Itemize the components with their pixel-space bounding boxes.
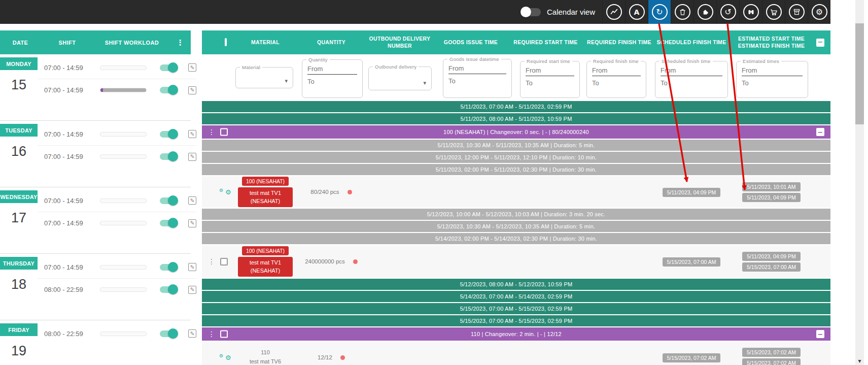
- order-row: ⚙⚙ 100 (NESAHAT) test mat TV1 (NESAHAT) …: [202, 176, 830, 208]
- est-to-input[interactable]: To: [742, 76, 803, 90]
- day-name-badge: WEDNESDAY: [0, 190, 38, 203]
- pencil-icon: ✎: [190, 264, 194, 271]
- binoculars-icon: [743, 4, 759, 20]
- shift-time: 07:00 - 14:59: [44, 263, 100, 271]
- scheduled-finish-filter: Scheduled finish time From To: [655, 61, 728, 98]
- col-workload-label: SHIFT WORKLOAD: [94, 40, 170, 46]
- group-title: 100 (NESAHAT) | Changeover: 0 sec. | - |…: [443, 129, 589, 135]
- shift-row: 07:00 - 14:59 ✎: [38, 56, 196, 79]
- req-start-to-input[interactable]: To: [526, 76, 574, 90]
- material-group-badge: 100 (NESAHAT): [242, 246, 289, 255]
- toggle-knob: [520, 7, 531, 17]
- workload-bar: [100, 154, 147, 159]
- shift-time: 07:00 - 14:59: [44, 130, 100, 138]
- workload-bar: [100, 132, 147, 137]
- collapse-all-button[interactable]: −: [816, 39, 824, 47]
- row-menu-icon[interactable]: ⋮: [208, 257, 215, 266]
- quantity-value: 240000000 pcs: [305, 258, 345, 264]
- auto-schedule-button[interactable]: A: [625, 0, 648, 24]
- find-button[interactable]: [739, 0, 762, 24]
- estimated-finish-value: 5/15/2023, 07:00 AM: [742, 262, 801, 272]
- scrollbar-thumb[interactable]: [855, 23, 864, 124]
- group-checkbox[interactable]: [220, 128, 228, 136]
- pencil-icon: ✎: [190, 220, 194, 226]
- select-all-checkbox[interactable]: [225, 38, 227, 46]
- shift-band-row: 5/11/2023, 07:00 AM - 5/11/2023, 02:59 P…: [202, 101, 830, 112]
- performance-chart-button[interactable]: [602, 0, 625, 24]
- shift-time: 08:00 - 22:59: [44, 286, 100, 293]
- row-menu-icon[interactable]: ⋮: [208, 330, 215, 338]
- order-row: ⚙⚙ 110 test mat TV6 12/12 5/15/2023, 07:…: [202, 342, 830, 365]
- shift-band-row: 5/11/2023, 08:00 AM - 5/11/2023, 10:59 P…: [202, 113, 830, 124]
- edit-shift-button[interactable]: ✎: [188, 130, 196, 138]
- quantity-value: 12/12: [318, 354, 332, 360]
- status-dot: [353, 259, 358, 264]
- puzzle-icon: [698, 4, 713, 20]
- scheduled-finish-value: 5/15/2023, 07:02 AM: [663, 353, 721, 362]
- shift-row: 07:00 - 14:59 ✎: [38, 79, 196, 101]
- shift-toggle[interactable]: [160, 131, 177, 138]
- edit-shift-button[interactable]: ✎: [188, 63, 196, 72]
- quantity-filter: Quantity From To: [302, 59, 363, 98]
- archive-button[interactable]: [785, 0, 808, 24]
- shift-toggle[interactable]: [160, 286, 177, 293]
- day-number: 19: [11, 343, 26, 359]
- material-group-badge: 100 (NESAHAT): [242, 177, 289, 186]
- edit-shift-button[interactable]: ✎: [188, 86, 196, 94]
- order-row: ⋮ 100 (NESAHAT) test mat TV1 (NESAHAT) 2…: [202, 245, 830, 278]
- pencil-icon: ✎: [190, 64, 194, 71]
- edit-shift-button[interactable]: ✎: [188, 286, 196, 294]
- shift-toggle[interactable]: [160, 330, 177, 337]
- plugin-button[interactable]: [693, 0, 716, 24]
- estimated-start-value: 5/15/2023, 07:02 AM: [742, 348, 801, 357]
- shift-toggle[interactable]: [160, 264, 177, 271]
- group-collapse-button[interactable]: −: [816, 330, 824, 338]
- shift-row: 08:00 - 22:59 ✎: [38, 322, 196, 345]
- edit-shift-button[interactable]: ✎: [188, 196, 196, 205]
- table-rows: 5/11/2023, 07:00 AM - 5/11/2023, 02:59 P…: [202, 101, 830, 365]
- col-required-start: REQUIRED START TIME: [506, 39, 585, 46]
- shift-toggle[interactable]: [160, 220, 177, 226]
- edit-shift-button[interactable]: ✎: [188, 153, 196, 161]
- shift-toggle[interactable]: [160, 87, 177, 93]
- edit-shift-button[interactable]: ✎: [188, 329, 196, 338]
- scroll-down-button[interactable]: ▾: [855, 356, 864, 365]
- trash-icon: [675, 4, 690, 20]
- group-checkbox[interactable]: [220, 330, 228, 338]
- undo-button[interactable]: ↺: [716, 0, 739, 24]
- settings-button[interactable]: ⚙: [808, 0, 830, 24]
- busy-band-row: 5/11/2023, 02:00 PM - 5/11/2023, 02:30 P…: [202, 164, 830, 175]
- busy-band-row: 5/14/2023, 02:00 PM - 5/14/2023, 02:30 P…: [202, 233, 830, 244]
- material-filter[interactable]: Material ▾: [235, 67, 293, 88]
- row-menu-icon[interactable]: ⋮: [208, 128, 215, 136]
- order-checkbox[interactable]: [220, 258, 228, 266]
- group-collapse-button[interactable]: −: [816, 128, 824, 136]
- quantity-to-input[interactable]: To: [307, 75, 357, 88]
- estimated-start-value: 5/11/2023, 04:09 PM: [742, 252, 801, 261]
- day-number: 16: [11, 144, 26, 159]
- edit-shift-button[interactable]: ✎: [188, 263, 196, 271]
- vertical-scrollbar[interactable]: ▾: [855, 0, 864, 365]
- group-header-row: ⋮ 100 (NESAHAT) | Changeover: 0 sec. | -…: [202, 125, 830, 139]
- edit-shift-button[interactable]: ✎: [188, 219, 196, 227]
- minus-icon: −: [817, 38, 823, 47]
- shift-toggle[interactable]: [160, 197, 177, 204]
- archive-box-icon: [789, 4, 805, 20]
- outbound-delivery-filter[interactable]: Outbound delivery ▾: [368, 67, 432, 90]
- sched-to-input[interactable]: To: [661, 76, 722, 90]
- scheduled-finish-value: 5/15/2023, 07:00 AM: [663, 257, 721, 267]
- workload-bar: [100, 265, 147, 270]
- sidebar-menu-icon[interactable]: ⋮: [170, 38, 191, 47]
- shift-toggle[interactable]: [160, 153, 177, 160]
- shift-row: 07:00 - 14:59 ✎: [38, 189, 196, 212]
- delete-button[interactable]: [671, 0, 693, 24]
- calendar-view-toggle[interactable]: [522, 8, 541, 16]
- shift-band-row: 5/14/2023, 07:00 AM - 5/14/2023, 02:59 P…: [202, 291, 830, 302]
- topbar: Calendar view A ↻ ↺: [0, 0, 830, 24]
- goods-to-input[interactable]: To: [448, 74, 506, 88]
- save-cart-button[interactable]: [762, 0, 785, 24]
- req-finish-to-input[interactable]: To: [592, 76, 641, 90]
- shift-toggle[interactable]: [160, 64, 177, 71]
- workload-bar: [100, 88, 147, 92]
- refresh-button[interactable]: ↻: [648, 0, 671, 24]
